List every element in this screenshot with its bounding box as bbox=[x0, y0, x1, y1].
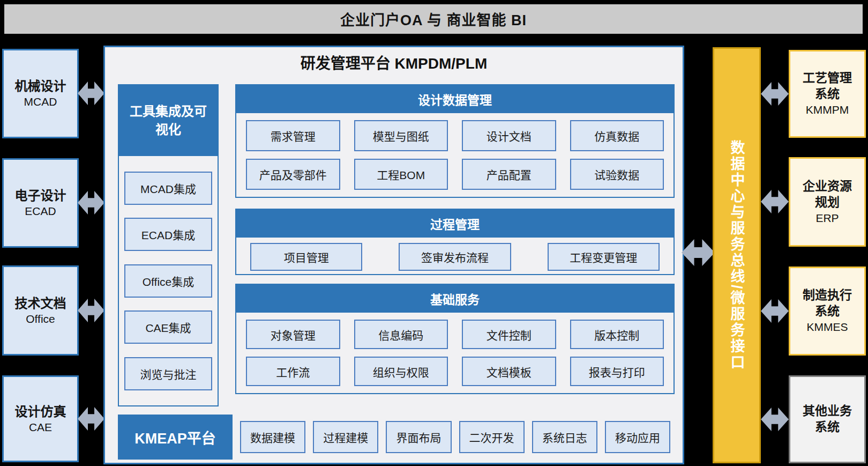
system-code: Office bbox=[26, 312, 55, 326]
architecture-diagram: 企业门户OA 与 商业智能 BI 机械设计 MCAD 电子设计 ECAD 技术文… bbox=[0, 0, 868, 466]
system-code: ECAD bbox=[25, 204, 56, 218]
module-test-data: 试验数据 bbox=[570, 159, 664, 190]
double-arrow-icon bbox=[761, 408, 789, 431]
system-code: KMMES bbox=[806, 320, 848, 334]
double-arrow-icon bbox=[78, 299, 104, 322]
module-products-parts: 产品及零部件 bbox=[246, 159, 340, 190]
module-view-annotate: 浏览与批注 bbox=[124, 357, 212, 390]
section-body: 对象管理 信息编码 文件控制 版本控制 工作流 组织与权限 文档模板 报表与打印 bbox=[236, 313, 674, 393]
module-reports-print: 报表与打印 bbox=[570, 357, 664, 386]
section-process: 过程管理 项目管理 签审发布流程 工程变更管理 bbox=[235, 209, 675, 275]
module-doc-templates: 文档模板 bbox=[462, 357, 556, 386]
left-system-mcad: 机械设计 MCAD bbox=[2, 49, 79, 138]
tool-panel-header: 工具集成及可视化 bbox=[119, 85, 218, 156]
module-secondary-dev: 二次开发 bbox=[459, 421, 525, 453]
module-engineering-bom: 工程BOM bbox=[354, 159, 448, 190]
section-header: 设计数据管理 bbox=[236, 85, 674, 113]
section-header: 基础服务 bbox=[236, 285, 674, 313]
platform-title: 研发管理平台 KMPDM/PLM bbox=[105, 51, 683, 73]
section-basic-services: 基础服务 对象管理 信息编码 文件控制 版本控制 工作流 组织与权限 文档模板 … bbox=[235, 284, 675, 394]
left-system-cae: 设计仿真 CAE bbox=[2, 375, 79, 462]
system-name: 机械设计 bbox=[15, 78, 66, 94]
module-version-control: 版本控制 bbox=[570, 320, 664, 349]
system-code: MCAD bbox=[24, 94, 57, 109]
tool-panel-body: MCAD集成 ECAD集成 Office集成 CAE集成 浏览与批注 bbox=[119, 156, 218, 405]
section-body: 项目管理 签审发布流程 工程变更管理 bbox=[236, 238, 674, 276]
module-org-permissions: 组织与权限 bbox=[354, 357, 448, 386]
double-arrow-icon bbox=[78, 191, 104, 214]
module-review-release: 签审发布流程 bbox=[399, 243, 511, 271]
module-file-control: 文件控制 bbox=[462, 320, 556, 349]
system-code: ERP bbox=[815, 211, 839, 225]
module-system-log: 系统日志 bbox=[532, 421, 597, 453]
left-system-office: 技术文档 Office bbox=[2, 265, 79, 356]
section-header: 过程管理 bbox=[236, 210, 674, 238]
system-name: 设计仿真 bbox=[15, 403, 66, 420]
section-design-data: 设计数据管理 需求管理 模型与图纸 设计文档 仿真数据 产品及零部件 工程BOM… bbox=[235, 84, 675, 198]
system-code: KMMPM bbox=[806, 102, 849, 117]
module-product-config: 产品配置 bbox=[462, 159, 556, 190]
module-design-docs: 设计文档 bbox=[462, 120, 556, 151]
right-system-other: 其他业务 系统 bbox=[789, 375, 866, 463]
module-process-modeling: 过程建模 bbox=[313, 421, 378, 453]
system-name: 制造执行 系统 bbox=[803, 287, 852, 320]
module-simulation-data: 仿真数据 bbox=[570, 120, 664, 151]
system-name: 技术文档 bbox=[15, 295, 66, 312]
module-requirements: 需求管理 bbox=[246, 120, 340, 151]
module-info-coding: 信息编码 bbox=[354, 320, 448, 349]
tool-integration-panel: 工具集成及可视化 MCAD集成 ECAD集成 Office集成 CAE集成 浏览… bbox=[118, 84, 219, 406]
module-project-mgmt: 项目管理 bbox=[250, 243, 362, 271]
system-name: 企业资源 规划 bbox=[803, 179, 852, 211]
double-arrow-icon bbox=[761, 299, 789, 323]
top-banner: 企业门户OA 与 商业智能 BI bbox=[4, 4, 863, 34]
double-arrow-icon bbox=[78, 407, 104, 431]
system-name: 电子设计 bbox=[15, 187, 66, 204]
double-arrow-icon bbox=[761, 82, 789, 106]
double-arrow-icon bbox=[682, 239, 715, 266]
right-system-erp: 企业资源 规划 ERP bbox=[789, 157, 866, 247]
module-ecad-integration: ECAD集成 bbox=[124, 218, 212, 251]
module-models-drawings: 模型与图纸 bbox=[354, 120, 448, 151]
right-system-kmmes: 制造执行 系统 KMMES bbox=[789, 267, 866, 356]
module-engineering-change: 工程变更管理 bbox=[548, 243, 660, 271]
section-body: 需求管理 模型与图纸 设计文档 仿真数据 产品及零部件 工程BOM 产品配置 试… bbox=[236, 113, 674, 197]
module-ui-layout: 界面布局 bbox=[386, 421, 451, 453]
double-arrow-icon bbox=[761, 190, 789, 213]
module-object-mgmt: 对象管理 bbox=[246, 320, 340, 349]
left-system-ecad: 电子设计 ECAD bbox=[2, 158, 79, 248]
service-bus-label: 数据中心与服务总线/微服务接口 bbox=[727, 140, 747, 371]
kmeap-platform-bar: KMEAP平台 数据建模 过程建模 界面布局 二次开发 系统日志 移动应用 bbox=[118, 415, 675, 460]
module-workflow: 工作流 bbox=[246, 357, 340, 386]
module-data-modeling: 数据建模 bbox=[240, 421, 305, 453]
module-mcad-integration: MCAD集成 bbox=[124, 172, 212, 205]
plm-platform-panel: 研发管理平台 KMPDM/PLM 工具集成及可视化 MCAD集成 ECAD集成 … bbox=[103, 46, 684, 464]
module-mobile-app: 移动应用 bbox=[605, 421, 670, 453]
system-name: 工艺管理 系统 bbox=[803, 70, 852, 102]
module-cae-integration: CAE集成 bbox=[124, 310, 212, 344]
module-office-integration: Office集成 bbox=[124, 264, 212, 298]
system-name: 其他业务 系统 bbox=[803, 403, 852, 435]
kmeap-label: KMEAP平台 bbox=[118, 415, 233, 460]
double-arrow-icon bbox=[78, 82, 104, 105]
right-system-kmmpm: 工艺管理 系统 KMMPM bbox=[789, 50, 866, 138]
service-bus-bar: 数据中心与服务总线/微服务接口 bbox=[713, 47, 761, 463]
system-code: CAE bbox=[29, 420, 52, 434]
kmeap-body: 数据建模 过程建模 界面布局 二次开发 系统日志 移动应用 bbox=[233, 415, 675, 460]
